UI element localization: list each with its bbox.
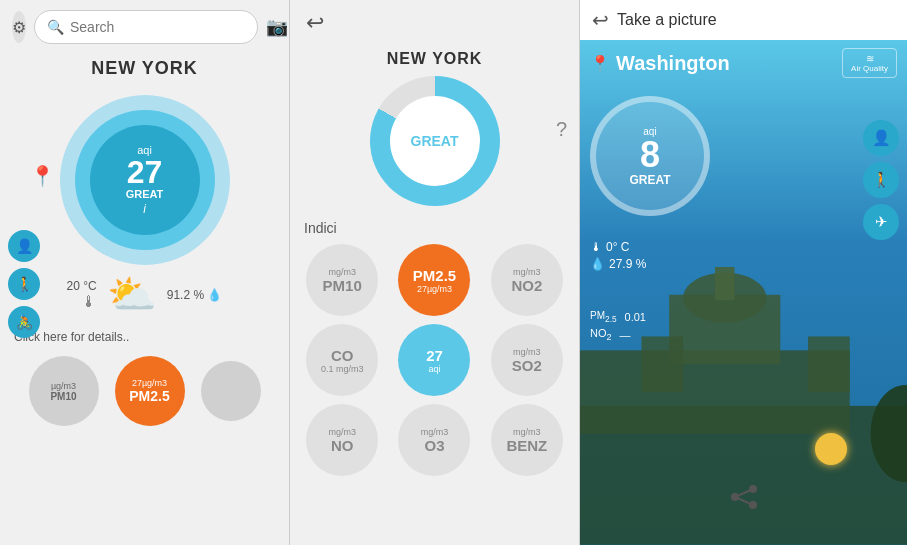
weather-section-1: 20 °C 🌡 ⛅ 91.2 % 💧 [0, 265, 289, 324]
panel1-header: ⚙ 🔍 📷 [0, 0, 289, 54]
no2-cell: mg/m3 NO2 [485, 244, 569, 316]
panel3-overlay: 📍 Washington ≋ Air Quality aqi 8 GREAT [580, 40, 907, 545]
p3-right-icons: 👤 🚶 ✈ [863, 120, 899, 240]
help-button-2[interactable]: ? [556, 118, 567, 141]
humidity-icon-3: 💧 [590, 257, 605, 271]
share-button-3[interactable] [729, 485, 759, 515]
humidity-value-3: 27.9 % [609, 257, 646, 271]
walk-icon-3[interactable]: 🚶 [863, 162, 899, 198]
p3-topbar: 📍 Washington ≋ Air Quality [580, 40, 907, 86]
city-name-1: NEW YORK [91, 58, 198, 79]
aqi-donut: GREAT [370, 76, 500, 206]
panel3-header: ↩ Take a picture [580, 0, 907, 40]
o3-cell: mg/m3 O3 [392, 404, 476, 476]
aqi-info-1: i [143, 202, 146, 216]
temp-value-3: 0° C [606, 240, 629, 254]
no2-label-3: NO2 [590, 327, 612, 342]
so2-cell: mg/m3 SO2 [485, 324, 569, 396]
camera-button[interactable]: 📷 [266, 11, 288, 43]
pm25-value-3: 0.01 [625, 311, 646, 323]
aqi-status-1: GREAT [126, 188, 164, 200]
benz-cell: mg/m3 BENZ [485, 404, 569, 476]
pm25-circle-1: 27µg/m3 PM2.5 [115, 356, 185, 426]
pm25-label-3: PM2.5 [590, 310, 617, 324]
pm25-label-1: PM2.5 [129, 388, 169, 404]
aqi27-cell: 27 aqi [392, 324, 476, 396]
svg-line-13 [735, 489, 753, 497]
air-quality-badge: ≋ Air Quality [842, 48, 897, 78]
p3-aqi-value: 8 [640, 137, 660, 173]
back-icon-3[interactable]: ↩ [592, 8, 609, 32]
temp-icon-3: 🌡 [590, 240, 602, 254]
svg-line-14 [735, 497, 753, 505]
sidebar-icons-1: 👤 🚶 🚴 [8, 230, 40, 338]
panel-1: ⚙ 🔍 📷 NEW YORK 📍 aqi 27 GREAT i � [0, 0, 290, 545]
person-icon-1[interactable]: 👤 [8, 230, 40, 262]
gear-button[interactable]: ⚙ [12, 11, 26, 43]
p3-aqi-circle: aqi 8 GREAT [590, 96, 710, 216]
pin-icon-3: 📍 [590, 54, 610, 73]
sun-icon-3 [815, 433, 847, 465]
search-input[interactable] [70, 19, 245, 35]
pm10-label-1: PM10 [50, 391, 76, 402]
panel2-header: ↩ [290, 0, 579, 46]
p3-weather-stats: 🌡 0° C 💧 27.9 % [590, 240, 646, 274]
p3-pollution-stats: PM2.5 0.01 NO2 — [590, 310, 646, 345]
aqi-display-1: aqi 27 GREAT i [60, 95, 230, 265]
plane-icon-3[interactable]: ✈ [863, 204, 899, 240]
p3-aqi-status: GREAT [629, 173, 670, 187]
extra-circle-1 [201, 356, 261, 426]
back-button-2[interactable]: ↩ [306, 10, 324, 36]
walk-icon-1[interactable]: 🚶 [8, 268, 40, 300]
location-icon: 📍 [30, 164, 55, 188]
details-link[interactable]: Click here for details.. [0, 324, 289, 350]
city-name-2: NEW YORK [387, 50, 483, 68]
search-bar[interactable]: 🔍 [34, 10, 258, 44]
no2-value-3: — [620, 329, 631, 341]
panel3-title: Take a picture [617, 11, 717, 29]
panel-3: ↩ Take a picture 📍 [580, 0, 907, 545]
indici-title: Indici [300, 220, 569, 236]
search-icon: 🔍 [47, 19, 64, 35]
pm10-circle-1: µg/m3 PM10 [29, 356, 99, 426]
weather-temp-1: 20 °C 🌡 [67, 279, 97, 311]
p3-city-row: 📍 Washington [590, 52, 730, 75]
co-cell: CO 0.1 mg/m3 [300, 324, 384, 396]
aqi-great-2: GREAT [390, 96, 480, 186]
run-icon-1[interactable]: 🚴 [8, 306, 40, 338]
city-name-3: Washington [616, 52, 730, 75]
pm10-cell: mg/m3 PM10 [300, 244, 384, 316]
aqi-value-1: 27 [127, 156, 163, 188]
no-cell: mg/m3 NO [300, 404, 384, 476]
weather-cloud-icon: ⛅ [107, 271, 157, 318]
bottom-pollutants-1: µg/m3 PM10 27µg/m3 PM2.5 [29, 350, 261, 432]
p3-aqi-container: aqi 8 GREAT [580, 86, 907, 226]
pm25-cell: PM2.5 27µg/m3 [392, 244, 476, 316]
indici-grid: mg/m3 PM10 PM2.5 27µg/m3 mg/m3 NO2 CO [300, 244, 569, 476]
weather-humidity-1: 91.2 % 💧 [167, 288, 223, 302]
person-icon-3[interactable]: 👤 [863, 120, 899, 156]
indici-section: Indici mg/m3 PM10 PM2.5 27µg/m3 mg/m3 NO… [290, 214, 579, 482]
panel3-main: 📍 Washington ≋ Air Quality aqi 8 GREAT [580, 40, 907, 545]
air-quality-label: Air Quality [851, 64, 888, 73]
panel-2: ↩ NEW YORK GREAT ? Indici mg/m3 PM10 [290, 0, 580, 545]
